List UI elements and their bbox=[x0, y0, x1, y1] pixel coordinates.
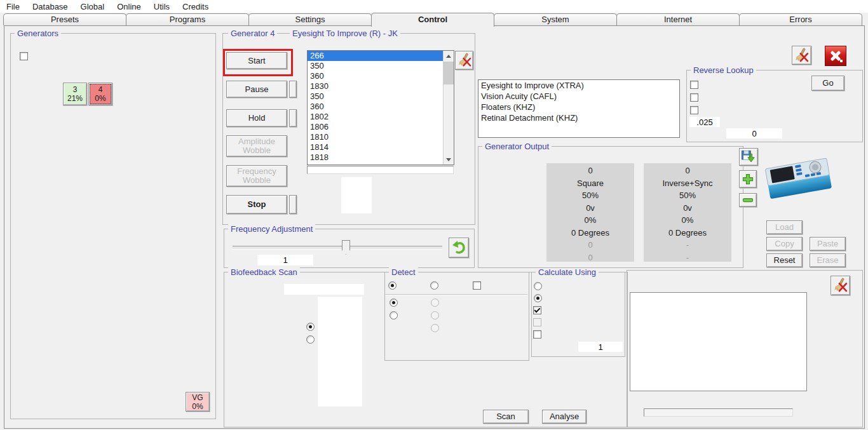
detect-max-radio[interactable] bbox=[388, 281, 397, 290]
tolerance-input[interactable] bbox=[689, 117, 720, 127]
stop-edge-strip[interactable] bbox=[289, 195, 297, 214]
stop-button[interactable]: Stop bbox=[226, 195, 287, 214]
pause-edge-strip[interactable] bbox=[289, 81, 297, 98]
paste-button[interactable]: Paste bbox=[810, 237, 846, 251]
program-item[interactable]: Floaters (KHZ) bbox=[478, 102, 679, 112]
frequency-wobble-button[interactable]: Frequency Wobble bbox=[226, 165, 287, 187]
search-bfb-checkbox[interactable] bbox=[690, 106, 698, 114]
program-item[interactable]: Retinal Detachment (KHZ) bbox=[478, 112, 679, 123]
plus-icon bbox=[742, 173, 754, 185]
tab-errors[interactable]: Errors bbox=[739, 13, 862, 25]
single-scan-checkbox[interactable] bbox=[533, 318, 541, 326]
vg-id: VG bbox=[192, 393, 203, 402]
search-custom-checkbox[interactable] bbox=[690, 93, 698, 102]
erase-button[interactable]: Erase bbox=[810, 253, 846, 267]
running-average-radio[interactable] bbox=[534, 282, 542, 290]
frequency-item[interactable]: 1830 bbox=[308, 81, 454, 91]
program-item[interactable]: Eyesight to Improve (XTRA) bbox=[478, 80, 679, 91]
frequency-adjustment-slider[interactable] bbox=[233, 246, 442, 250]
detect-hrv-radio[interactable] bbox=[390, 311, 398, 319]
out2-vi-phase: - bbox=[644, 241, 731, 250]
frequency-item[interactable]: 1814 bbox=[308, 142, 454, 152]
include-octaves-checkbox[interactable] bbox=[690, 81, 698, 89]
minus-icon bbox=[742, 194, 754, 206]
scrollbar-thumb[interactable] bbox=[444, 62, 454, 84]
save-settings-button[interactable] bbox=[739, 148, 758, 166]
tab-settings[interactable]: Settings bbox=[248, 13, 372, 25]
menu-global[interactable]: Global bbox=[74, 2, 111, 11]
menu-file[interactable]: File bbox=[0, 2, 26, 11]
frequency-item[interactable]: 266 bbox=[308, 51, 454, 61]
pause-button[interactable]: Pause bbox=[226, 81, 287, 98]
frequency-item[interactable]: 1802 bbox=[308, 112, 454, 122]
tab-system[interactable]: System bbox=[494, 13, 617, 25]
detect-current-radio[interactable] bbox=[431, 311, 439, 319]
go-button[interactable]: Go bbox=[811, 76, 844, 91]
start-button[interactable]: Start bbox=[226, 52, 287, 69]
amplitude-wobble-button[interactable]: Amplitude Wobble bbox=[226, 135, 287, 157]
detect-change-checkbox[interactable] bbox=[473, 281, 481, 290]
menu-utils[interactable]: Utils bbox=[147, 2, 176, 11]
menu-credits[interactable]: Credits bbox=[176, 2, 215, 11]
clear-chart-button[interactable] bbox=[831, 276, 850, 295]
menu-database[interactable]: Database bbox=[26, 2, 74, 11]
generator-4-button[interactable]: 4 0% bbox=[88, 83, 112, 105]
reset-button[interactable]: Reset bbox=[766, 253, 803, 267]
add-button[interactable] bbox=[739, 170, 757, 188]
scan-button[interactable]: Scan bbox=[483, 410, 529, 424]
frequency-item[interactable]: 1806 bbox=[308, 122, 454, 132]
program-item[interactable]: Vision Acuity (CAFL) bbox=[478, 91, 679, 102]
detect-title: Detect bbox=[389, 267, 418, 277]
close-kill-button[interactable] bbox=[825, 46, 846, 66]
step-size-pct-radio[interactable] bbox=[306, 335, 315, 344]
out1-amplitude: 0v bbox=[546, 204, 634, 213]
analyse-button[interactable]: Analyse bbox=[542, 410, 587, 424]
menu-online[interactable]: Online bbox=[111, 2, 147, 11]
out2-offset: 0% bbox=[644, 216, 731, 225]
frequency-item[interactable]: 1818 bbox=[308, 152, 454, 163]
allow-generator-overwrites-checkbox[interactable] bbox=[20, 52, 28, 60]
hold-button[interactable]: Hold bbox=[226, 109, 287, 127]
frequency-list-scrollbar[interactable] bbox=[443, 51, 454, 165]
tab-internet[interactable]: Internet bbox=[616, 13, 740, 25]
generators-panel-title: Generators bbox=[15, 29, 61, 38]
log-name-input[interactable] bbox=[284, 284, 364, 295]
step-size-hz-radio[interactable] bbox=[306, 323, 315, 331]
scroll-down-icon[interactable] bbox=[444, 154, 454, 165]
frequency-item[interactable]: 1810 bbox=[308, 132, 454, 142]
adjust-value-input[interactable] bbox=[257, 255, 313, 265]
grade-program-checkbox[interactable] bbox=[533, 330, 541, 339]
refine-input[interactable] bbox=[578, 342, 623, 352]
tab-presets[interactable]: Presets bbox=[3, 13, 126, 25]
detect-bpm-radio[interactable] bbox=[390, 299, 398, 307]
reset-adjustment-button[interactable] bbox=[449, 238, 469, 258]
remove-button[interactable] bbox=[739, 193, 757, 207]
dp-max-checkbox[interactable] bbox=[533, 306, 541, 314]
include-hz-input[interactable] bbox=[726, 128, 782, 138]
broom-clear-icon bbox=[457, 53, 472, 68]
detect-min-radio[interactable] bbox=[430, 281, 438, 290]
out1-duty-cycle: 50% bbox=[546, 191, 634, 200]
clear-frequency-list-button[interactable] bbox=[455, 51, 473, 70]
detect-angle-current-radio[interactable] bbox=[431, 324, 439, 332]
hold-edge-strip[interactable] bbox=[289, 109, 297, 127]
generator-3-button[interactable]: 3 21% bbox=[63, 83, 87, 105]
copy-button[interactable]: Copy bbox=[766, 237, 803, 251]
biofeedback-scan-title: Biofeedback Scan bbox=[228, 267, 300, 277]
frequency-item[interactable]: 350 bbox=[308, 91, 454, 102]
load-button[interactable]: Load bbox=[766, 220, 803, 234]
frequency-item[interactable]: 360 bbox=[308, 102, 454, 112]
tab-control[interactable]: Control bbox=[371, 13, 494, 27]
frequency-item[interactable]: 360 bbox=[308, 71, 454, 81]
clear-programs-button[interactable] bbox=[792, 46, 811, 65]
reverse-lookup-title: Reverse Lookup bbox=[691, 65, 756, 75]
vg-generator-button[interactable]: VG 0% bbox=[186, 392, 210, 412]
scroll-up-icon[interactable] bbox=[444, 51, 454, 61]
frequency-item[interactable]: 350 bbox=[308, 61, 454, 71]
peak-radio[interactable] bbox=[534, 294, 542, 302]
generators-panel: Generators bbox=[10, 33, 216, 419]
generator-output-title: Generator Output bbox=[482, 142, 552, 151]
save-disk-icon bbox=[741, 149, 756, 165]
tab-programs[interactable]: Programs bbox=[126, 13, 249, 25]
detect-angle-radio[interactable] bbox=[431, 299, 439, 307]
